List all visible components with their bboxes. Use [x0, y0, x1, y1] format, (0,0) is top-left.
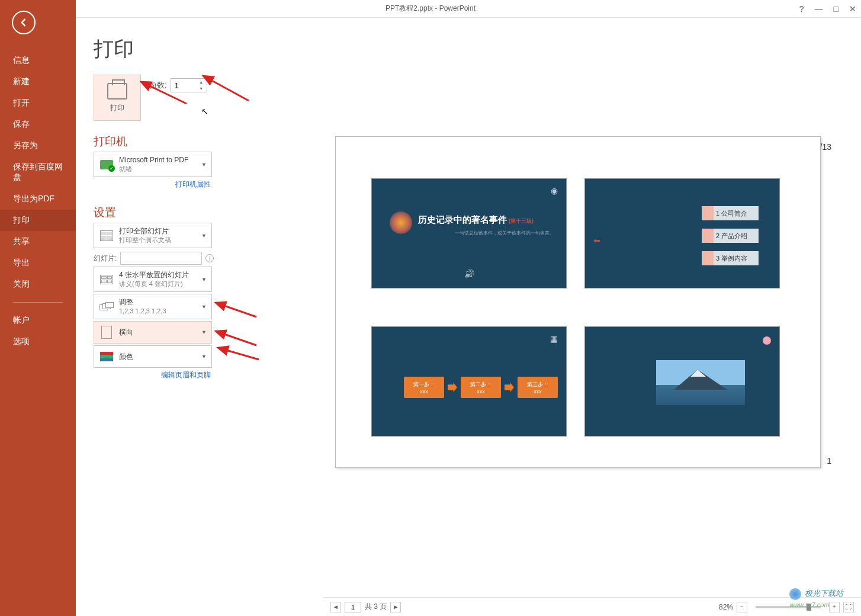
snow-icon [690, 370, 706, 377]
spinner-down-icon[interactable]: ▼ [197, 85, 205, 92]
chevron-down-icon: ▼ [201, 162, 207, 168]
slide3-step-1: 第一步：xxx [404, 377, 444, 398]
chevron-down-icon: ▼ [201, 354, 207, 360]
nav-options[interactable]: 选项 [0, 331, 76, 352]
slide2-item-2: 2 产品介绍 [702, 229, 759, 243]
page-input[interactable] [345, 602, 361, 612]
print-range-line1: 打印全部幻灯片 [119, 226, 171, 236]
cursor-icon: ↖ [201, 107, 208, 116]
nav-info[interactable]: 信息 [0, 50, 76, 71]
orientation-icon [101, 326, 112, 339]
layout-4h-icon [100, 275, 113, 284]
orientation-line1: 横向 [119, 328, 133, 337]
page-total-label: 共 3 页 [365, 602, 387, 612]
nav-list: 信息 新建 打开 保存 另存为 保存到百度网盘 导出为PDF 打印 共享 导出 … [0, 50, 76, 352]
chevron-down-icon: ▼ [201, 277, 207, 283]
collate-line1: 调整 [119, 297, 166, 307]
printer-icon [107, 83, 127, 100]
next-page-button[interactable]: ► [390, 602, 401, 612]
layout-line1: 4 张水平放置的幻灯片 [119, 270, 189, 280]
printer-status: 就绪 [119, 165, 188, 174]
color-icon [100, 352, 113, 361]
zoom-slider[interactable] [756, 606, 821, 608]
calendar-icon: ▦ [550, 334, 558, 344]
nav-export[interactable]: 导出 [0, 252, 76, 274]
window-title: PPT教程2.pptx - PowerPoint [385, 4, 476, 14]
slide2-item-1: 1 公司简介 [702, 206, 759, 220]
printer-status-icon [100, 160, 113, 169]
preview-page: ◉ 历史记录中的著名事件(第十三版) 一句话总结该事件，或关于该事件的一句名言。… [335, 136, 821, 468]
nav-new[interactable]: 新建 [0, 71, 76, 92]
slide1-title: 历史记录中的著名事件(第十三版) [418, 214, 534, 226]
nav-share[interactable]: 共享 [0, 231, 76, 252]
printer-properties-link[interactable]: 打印机属性 [94, 177, 212, 192]
info-icon[interactable]: i [205, 254, 214, 262]
nav-save-baidu[interactable]: 保存到百度网盘 [0, 156, 76, 188]
print-button[interactable]: 打印 [94, 75, 141, 121]
copies-label: 份数: [149, 80, 167, 91]
prev-page-button[interactable]: ◄ [330, 602, 341, 612]
copies-spinner[interactable]: 1 ▲▼ [171, 78, 207, 92]
layout-selector[interactable]: 4 张水平放置的幻灯片 讲义(每页 4 张幻灯片) ▼ [94, 267, 212, 292]
zoom-out-button[interactable]: − [737, 602, 747, 612]
orientation-selector[interactable]: 横向 ▼ [94, 321, 212, 344]
arrow-left-icon: ⬅ [593, 236, 600, 245]
printer-selector[interactable]: Microsoft Print to PDF 就绪 ▼ [94, 152, 212, 177]
fit-page-button[interactable]: ⛶ [843, 602, 854, 612]
copies-value: 1 [175, 81, 179, 90]
close-button[interactable]: ✕ [849, 4, 856, 14]
color-selector[interactable]: 颜色 ▼ [94, 345, 212, 368]
eye-icon: ◉ [551, 186, 558, 195]
titlebar: PPT教程2.pptx - PowerPoint ? — □ ✕ [0, 0, 861, 18]
slide2-item-3: 3 举例内容 [702, 251, 759, 265]
dot-icon [763, 336, 771, 345]
nav-divider [13, 302, 63, 303]
back-button[interactable] [12, 11, 36, 34]
status-bar: ◄ 共 3 页 ► 82% − + ⛶ [323, 597, 861, 616]
print-range-line2: 打印整个演示文稿 [119, 236, 171, 245]
slide-thumbnail-3: ▦ 第一步：xxx 第二步：xxx 第三步：xxx [371, 326, 567, 437]
chevron-down-icon: ▼ [201, 329, 207, 335]
nav-save[interactable]: 保存 [0, 114, 76, 135]
nav-close[interactable]: 关闭 [0, 274, 76, 295]
main-panel: 打印 打印 份数: 1 ▲▼ ↖ 打印机 i Microsoft Print t… [76, 18, 861, 616]
slides-label: 幻灯片: [94, 254, 117, 264]
zoom-in-button[interactable]: + [829, 602, 840, 612]
nav-print[interactable]: 打印 [0, 210, 76, 231]
nav-account[interactable]: 帐户 [0, 310, 76, 331]
slides-input[interactable] [120, 252, 202, 265]
spinner-up-icon[interactable]: ▲ [197, 79, 205, 85]
globe-icon [390, 211, 412, 234]
chevron-down-icon: ▼ [201, 233, 207, 239]
arrow-left-icon [18, 17, 30, 28]
slide-thumbnail-1: ◉ 历史记录中的著名事件(第十三版) 一句话总结该事件，或关于该事件的一句名言。… [371, 178, 567, 288]
slide-thumbnail-4 [584, 326, 780, 437]
minimize-button[interactable]: — [815, 4, 823, 14]
collate-line2: 1,2,3 1,2,3 1,2,3 [119, 307, 166, 316]
help-icon[interactable]: ? [799, 4, 804, 14]
layout-line2: 讲义(每页 4 张幻灯片) [119, 280, 189, 288]
slide-thumbnail-2: ⬅ 1 公司简介 2 产品介绍 3 举例内容 [584, 178, 780, 288]
nav-saveas[interactable]: 另存为 [0, 135, 76, 156]
arrow-right-icon [448, 383, 457, 392]
print-preview: 2023/3/13 ◉ 历史记录中的著名事件(第十三版) 一句话总结该事件，或关… [323, 53, 849, 592]
print-range-selector[interactable]: 打印全部幻灯片 打印整个演示文稿 ▼ [94, 223, 212, 248]
header-footer-link[interactable]: 编辑页眉和页脚 [94, 368, 212, 383]
speaker-icon: 🔊 [464, 269, 474, 278]
maximize-button[interactable]: □ [834, 4, 838, 14]
nav-export-pdf[interactable]: 导出为PDF [0, 188, 76, 210]
backstage-sidebar: 信息 新建 打开 保存 另存为 保存到百度网盘 导出为PDF 打印 共享 导出 … [0, 0, 76, 616]
print-button-label: 打印 [110, 103, 124, 113]
slide1-subtitle: 一句话总结该事件，或关于该事件的一句名言。 [455, 230, 554, 236]
slide3-step-2: 第二步：xxx [461, 377, 501, 398]
preview-page-number: 1 [827, 456, 831, 466]
slide3-step-3: 第三步：xxx [518, 377, 558, 398]
zoom-percent: 82% [719, 603, 733, 611]
arrow-right-icon [505, 383, 514, 392]
printer-name: Microsoft Print to PDF [119, 155, 188, 165]
slides-all-icon [100, 230, 113, 241]
collate-selector[interactable]: 调整 1,2,3 1,2,3 1,2,3 ▼ [94, 294, 212, 319]
collate-icon [99, 302, 114, 312]
nav-open[interactable]: 打开 [0, 92, 76, 114]
chevron-down-icon: ▼ [201, 304, 207, 310]
